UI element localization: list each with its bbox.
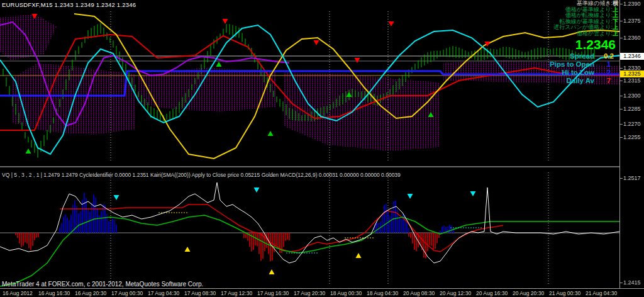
ichimoku-condition-value: 上 (613, 24, 618, 30)
price-axis-label: 1.2315 (623, 77, 641, 84)
ichimoku-cloud (0, 14, 57, 60)
time-axis-label: 16 Aug 16:30 (38, 290, 70, 296)
ichimoku-condition-label: 基準線の傾き: (577, 0, 613, 6)
stat-row: Pips to Open1 (550, 60, 618, 69)
axis-tick-mark (620, 109, 623, 109)
signal-down-arrow-icon (389, 21, 394, 26)
signal-down-arrow-icon (355, 58, 360, 63)
ichimoku-condition-label: 転換線が基準線より: (560, 18, 613, 25)
signal-down-arrow-icon (408, 194, 413, 199)
ichimoku-status-lines: 基準線の傾き:横価格が基準線より:上価格が転換線より:上転換線が基準線より:下遅… (550, 1, 618, 36)
signal-down-arrow-icon (470, 191, 476, 196)
time-axis-label: 20 Aug 20:30 (513, 290, 544, 296)
main-price-chart[interactable] (0, 0, 619, 166)
price-axis-label: 1.2390 (623, 1, 641, 7)
time-axis-label: 16 Aug 2012 (3, 290, 33, 296)
price-marker-box: 1.2346 (620, 53, 644, 60)
stat-row: Spread0.2 (550, 52, 618, 60)
stat-label: Spread (570, 52, 594, 60)
mt4-chart-window: EURUSDFXF,M15 1.2343 1.2349 1.2342 1.234… (0, 0, 644, 297)
stat-row: Hi to Low2 (550, 69, 618, 77)
time-axis-label: 21 Aug 04:30 (586, 290, 617, 296)
stat-value: 1 (599, 60, 618, 69)
signal-up-arrow-icon (269, 269, 275, 274)
price-axis-label: 1.2285 (623, 106, 641, 112)
chart-symbol-ohlc: EURUSDFXF,M15 1.2343 1.2349 1.2342 1.234… (2, 1, 136, 8)
axis-tick-mark (620, 21, 623, 21)
signal-down-arrow-icon (223, 19, 228, 24)
time-axis[interactable]: 16 Aug 201216 Aug 16:3016 Aug 20:3017 Au… (0, 288, 644, 297)
stat-label: Pips to Open (550, 60, 594, 69)
ichimoku-status-row: 価格が雲より:上 (550, 31, 618, 37)
ichimoku-condition-value: 上 (613, 6, 618, 13)
price-axis[interactable]: 1.23901.23751.23601.23301.23151.23001.22… (619, 0, 644, 288)
ichimoku-condition-label: 遅行スパンが価格より: (553, 24, 613, 30)
price-axis-label: 1.2360 (623, 35, 641, 41)
price-axis-label: 1.2270 (623, 121, 641, 127)
broker-watermark: MetaTrader 4 at FOREX.com, c 2001-2012, … (2, 281, 203, 288)
signal-down-arrow-icon (485, 42, 491, 47)
spread-stats: Spread0.2Pips to Open1Hi to Low2Daily Av… (550, 52, 618, 85)
price-axis-label: 1.2415 (623, 279, 641, 286)
signal-down-arrow-icon (114, 195, 119, 200)
ichimoku-condition-value: 上 (613, 30, 618, 36)
price-axis-label: 1.2300 (623, 92, 641, 99)
price-axis-label: 1.2255 (623, 134, 641, 140)
signal-down-arrow-icon (254, 188, 260, 193)
time-axis-label: 20 Aug 12:30 (440, 290, 471, 296)
indicator-subwindow-chart[interactable] (0, 170, 619, 288)
stat-value: 0.2 (599, 52, 618, 60)
axis-tick-mark (620, 38, 623, 38)
indicator-values-line: VQ | 5 , 3 , 2 , 1 | 1.2479 1.2479 Cycle… (2, 172, 401, 178)
time-axis-label: 18 Aug 04:30 (367, 290, 398, 296)
stat-row: Daily Av7 (550, 77, 618, 85)
ichimoku-condition-value: 横 (613, 0, 618, 6)
ichimoku-condition-value: 下 (613, 18, 618, 25)
price-axis-label: 1.2375 (623, 18, 641, 24)
axis-tick-mark (620, 4, 623, 4)
signal-down-arrow-icon (314, 40, 319, 45)
axis-tick-mark (620, 283, 623, 283)
time-axis-label: 17 Aug 20:30 (294, 290, 325, 296)
stat-value: 7 (599, 77, 618, 85)
axis-tick-mark (620, 68, 623, 69)
time-axis-label: 21 Aug 00:30 (549, 290, 580, 296)
price-marker-box: 1.2325 (620, 70, 644, 77)
axis-tick-mark (620, 137, 623, 138)
axis-tick-mark (620, 178, 623, 179)
ichimoku-condition-label: 価格が基準線より: (565, 6, 613, 13)
ichimoku-info-panel: 基準線の傾き:横価格が基準線より:上価格が転換線より:上転換線が基準線より:下遅… (550, 1, 618, 85)
time-axis-label: 17 Aug 12:30 (221, 290, 252, 296)
signal-up-arrow-icon (268, 131, 274, 136)
stat-value: 2 (599, 69, 618, 77)
axis-tick-mark (620, 124, 623, 125)
indicator-line (0, 215, 619, 286)
time-axis-label: 17 Aug 08:30 (184, 290, 216, 296)
signal-up-arrow-icon (185, 247, 191, 252)
time-axis-label: 18 Aug 00:30 (330, 290, 362, 296)
stat-label: Daily Av (566, 77, 594, 85)
time-axis-label: 20 Aug 16:30 (476, 290, 508, 296)
signal-up-arrow-icon (216, 62, 222, 67)
time-axis-label: 16 Aug 20:30 (75, 290, 106, 296)
axis-tick-mark (620, 81, 623, 81)
axis-tick-mark (620, 96, 623, 96)
time-axis-label: 20 Aug 08:30 (403, 290, 435, 296)
time-axis-label: 17 Aug 16:30 (257, 290, 289, 296)
time-axis-label: 17 Aug 00:30 (111, 290, 143, 296)
time-axis-label: 17 Aug 04:30 (148, 290, 179, 296)
price-axis-label: 1.2517 (623, 175, 641, 181)
current-price-readout: 1.2346 (550, 37, 616, 52)
signal-up-arrow-icon (26, 148, 31, 154)
stat-label: Hi to Low (562, 69, 594, 77)
ichimoku-condition-value: 上 (613, 12, 618, 18)
signal-up-arrow-icon (356, 253, 362, 258)
ichimoku-condition-label: 価格が転換線より: (565, 12, 613, 18)
ichimoku-condition-label: 価格が雲より: (577, 30, 613, 36)
window-splitter[interactable] (0, 166, 644, 167)
